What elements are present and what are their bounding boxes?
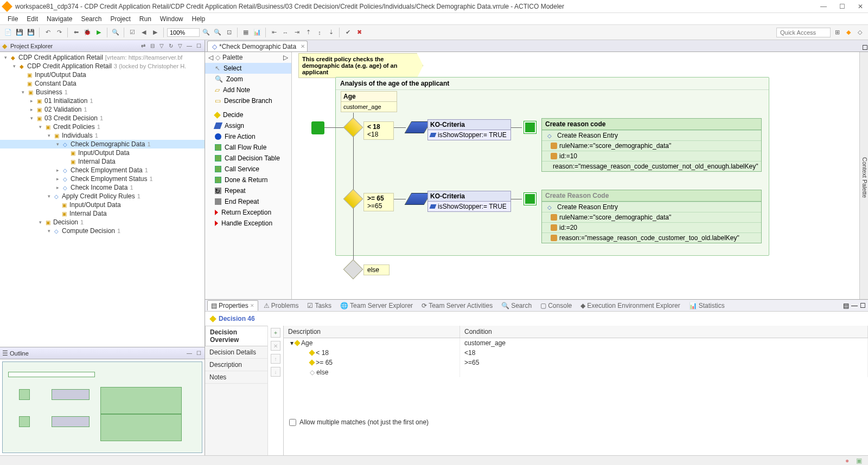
canvas-note[interactable]: This credit policy checks the demographi…: [298, 53, 423, 78]
perspective-other-icon[interactable]: ◇: [855, 28, 865, 37]
run-icon[interactable]: ▶: [94, 28, 104, 37]
tab-problems[interactable]: ⚠Problems: [260, 301, 302, 311]
chart-icon[interactable]: 📊: [252, 28, 262, 37]
palette-call-flow[interactable]: Call Flow Rule: [205, 142, 291, 153]
tree-cd-io[interactable]: ▣Input/Output Data: [0, 148, 205, 157]
zoom-in-icon[interactable]: 🔍: [201, 28, 211, 37]
palette-zoom[interactable]: 🔍Zoom: [205, 74, 291, 85]
tab-console[interactable]: ▢Console: [537, 301, 575, 311]
maximize-view-icon[interactable]: ☐: [195, 42, 202, 50]
palette-call-table[interactable]: Call Decision Table: [205, 153, 291, 164]
status-user-icon[interactable]: ●: [845, 457, 853, 464]
menu-search[interactable]: Search: [76, 14, 106, 24]
nav-back-icon[interactable]: ⬅: [71, 28, 81, 37]
search-icon[interactable]: 🔍: [111, 28, 120, 37]
palette-assign[interactable]: Assign: [205, 120, 291, 131]
zoom-out-icon[interactable]: 🔍: [213, 28, 222, 37]
tree-check-demographic[interactable]: ▾◇ Check Demographic Data1: [0, 140, 205, 148]
tree-cd-internal[interactable]: ▣Internal Data: [0, 157, 205, 166]
palette-describe-branch[interactable]: ▭Describe Branch: [205, 95, 291, 106]
filter-icon[interactable]: ▽: [158, 42, 165, 50]
validate-icon[interactable]: ☑: [127, 28, 137, 37]
tree-ar-internal[interactable]: ▣Internal Data: [0, 209, 205, 218]
minimize-view-icon[interactable]: —: [186, 42, 193, 50]
table-row[interactable]: ▾ Age customer_age: [284, 338, 868, 348]
done-node-1[interactable]: [524, 121, 536, 133]
table-row[interactable]: ◇ else: [284, 367, 868, 377]
palette-select[interactable]: ↖Select: [205, 63, 291, 74]
menu-run[interactable]: Run: [135, 14, 156, 24]
menu-navigate[interactable]: Navigate: [42, 14, 76, 24]
grid-icon[interactable]: ▦: [241, 28, 251, 37]
remove-row-button[interactable]: ✕: [271, 341, 280, 351]
tab-team-explorer[interactable]: 🌐Team Server Explorer: [337, 301, 416, 311]
project-explorer-tree[interactable]: ▾◆ CDP Credit Application Retail [vrteam…: [0, 52, 205, 347]
done-node-2[interactable]: [524, 193, 536, 205]
palette-handle-exception[interactable]: Handle Exception: [205, 218, 291, 229]
refresh-icon[interactable]: ↻: [167, 42, 175, 50]
prev-icon[interactable]: ◀: [139, 28, 149, 37]
outline-minimize-icon[interactable]: —: [186, 350, 193, 357]
bp-minimize-icon[interactable]: —: [851, 302, 858, 309]
tab-tasks[interactable]: ☑Tasks: [304, 301, 335, 311]
tree-check-income[interactable]: ▸◇ Check Income Data1: [0, 183, 205, 192]
cond-2[interactable]: >= 65>=65: [363, 193, 394, 211]
perspective-actico-icon[interactable]: ◆: [844, 28, 853, 37]
perspective-icon[interactable]: ⊞: [832, 28, 842, 37]
status-sync-icon[interactable]: ▣: [856, 457, 864, 464]
allow-multiple-checkbox[interactable]: [289, 419, 296, 426]
age-node[interactable]: Age customer_age: [341, 91, 397, 112]
tree-root[interactable]: ▾◆ CDP Credit Application Retail [vrteam…: [0, 53, 205, 62]
collapse-all-icon[interactable]: ⊟: [149, 42, 156, 50]
tree-check-employment[interactable]: ▸◇ Check Employment Data1: [0, 166, 205, 175]
tab-properties[interactable]: ▤Properties✕: [207, 300, 258, 311]
palette-call-service[interactable]: Call Service: [205, 164, 291, 175]
tree-init[interactable]: ▸▣ 01 Initialization1: [0, 96, 205, 105]
side-tab-details[interactable]: Decision Details: [205, 346, 267, 359]
bp-new-icon[interactable]: ▤: [843, 302, 849, 309]
palette-return-exception[interactable]: Return Exception: [205, 207, 291, 218]
tab-search[interactable]: 🔍Search: [498, 301, 535, 311]
palette-header[interactable]: ◁◇ Palette ▷: [205, 52, 291, 63]
align-right-icon[interactable]: ⇥: [292, 28, 302, 37]
align-middle-icon[interactable]: ↕: [315, 28, 324, 37]
redo-icon[interactable]: ↷: [54, 28, 64, 37]
quick-access-input[interactable]: [776, 28, 831, 37]
side-tab-overview[interactable]: Decision Overview: [205, 326, 267, 346]
palette-done[interactable]: Done & Return: [205, 175, 291, 185]
cond-1[interactable]: < 18<18: [363, 121, 394, 140]
tree-constant[interactable]: ▣Constant Data: [0, 79, 205, 88]
align-top-icon[interactable]: ⇡: [303, 28, 313, 37]
zoom-level[interactable]: [167, 28, 200, 37]
next-icon[interactable]: ▶: [150, 28, 160, 37]
tree-decision[interactable]: ▾▣ Decision1: [0, 218, 205, 227]
tab-statistics[interactable]: 📊Statistics: [686, 301, 728, 311]
maximize-button[interactable]: ☐: [838, 2, 846, 11]
outline-thumbnail[interactable]: [0, 359, 205, 455]
reason-box-1[interactable]: Create reason code ◇Create Reason Entry …: [541, 118, 762, 172]
tree-apply-rules[interactable]: ▾◇ Apply Credit Policy Rules1: [0, 192, 205, 201]
new-icon[interactable]: 📄: [3, 28, 13, 37]
palette-fire-action[interactable]: Fire Action: [205, 131, 291, 142]
ko-box-1[interactable]: KO-Criteria isShowStopper:= TRUE: [427, 119, 511, 140]
tree-validation[interactable]: ▸▣ 02 Validation1: [0, 105, 205, 114]
bp-maximize-icon[interactable]: ☐: [860, 302, 866, 309]
save-all-icon[interactable]: 💾: [26, 28, 36, 37]
undo-icon[interactable]: ↶: [43, 28, 53, 37]
tab-exec-env[interactable]: ◆Execution Environment Explorer: [577, 301, 683, 311]
save-icon[interactable]: 💾: [15, 28, 24, 37]
ko-box-2[interactable]: KO-Criteria isShowStopper:= TRUE: [427, 191, 511, 212]
delete-icon[interactable]: ✖: [354, 28, 364, 37]
table-row[interactable]: < 18 <18: [284, 348, 868, 358]
debug-icon[interactable]: 🐞: [82, 28, 92, 37]
align-center-icon[interactable]: ↔: [280, 28, 290, 37]
menu-help[interactable]: Help: [188, 14, 210, 24]
side-tab-notes[interactable]: Notes: [205, 371, 267, 384]
tree-io-data[interactable]: ▣Input/Output Data: [0, 70, 205, 79]
side-tab-description[interactable]: Description: [205, 359, 267, 371]
tree-credit-policies[interactable]: ▾▣ Credit Policies1: [0, 122, 205, 131]
view-menu-icon[interactable]: ▽: [176, 42, 184, 50]
editor-maximize-icon[interactable]: ☐: [862, 44, 868, 51]
diamond-else[interactable]: [343, 260, 363, 280]
align-left-icon[interactable]: ⇤: [269, 28, 279, 37]
